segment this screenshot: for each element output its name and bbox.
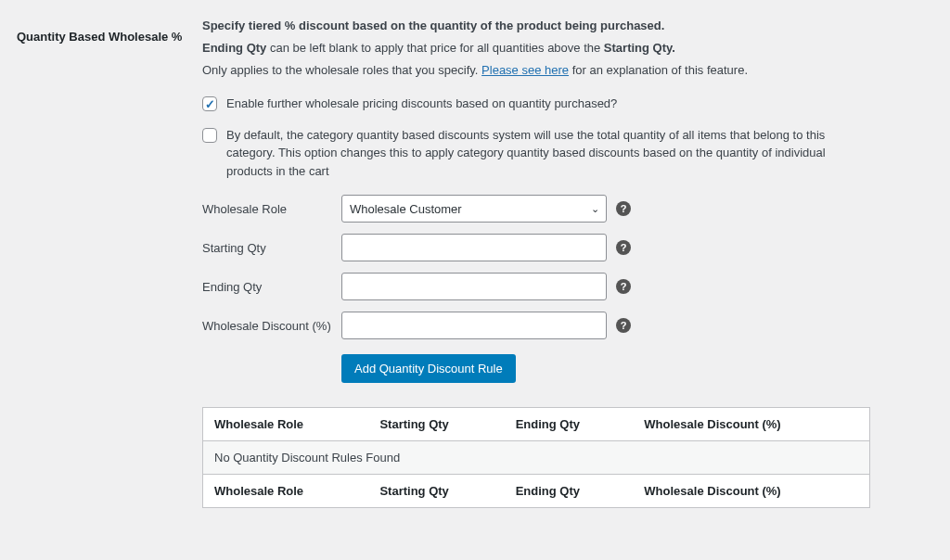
wholesale-discount-label: Wholesale Discount (%) <box>202 319 341 333</box>
discount-rules-table: Wholesale Role Starting Qty Ending Qty W… <box>203 408 869 507</box>
empty-message: No Quantity Discount Rules Found <box>203 441 869 475</box>
table-footer-discount: Wholesale Discount (%) <box>633 475 869 508</box>
section-title: Quantity Based Wholesale % <box>17 30 184 44</box>
help-icon[interactable]: ? <box>616 240 631 255</box>
table-row: No Quantity Discount Rules Found <box>203 441 869 475</box>
table-footer-ending: Ending Qty <box>505 475 634 508</box>
table-header-role: Wholesale Role <box>203 408 368 441</box>
help-icon[interactable]: ? <box>616 201 631 216</box>
table-header-discount: Wholesale Discount (%) <box>633 408 869 441</box>
table-header-starting: Starting Qty <box>368 408 504 441</box>
ending-qty-input[interactable] <box>341 273 607 300</box>
wholesale-role-select[interactable]: Wholesale Customer <box>341 195 607 223</box>
see-here-link[interactable]: Please see here <box>481 63 569 77</box>
ending-qty-label: Ending Qty <box>202 280 341 294</box>
per-product-checkbox[interactable] <box>202 128 217 143</box>
help-icon[interactable]: ? <box>616 318 631 333</box>
wholesale-role-label: Wholesale Role <box>202 202 341 216</box>
starting-qty-label: Starting Qty <box>202 241 341 255</box>
description-line-2: Ending Qty can be left blank to apply th… <box>202 39 870 57</box>
per-product-checkbox-label: By default, the category quantity based … <box>226 126 870 181</box>
add-rule-button[interactable]: Add Quantity Discount Rule <box>341 354 516 383</box>
help-icon[interactable]: ? <box>616 279 631 294</box>
description-line-1: Specify tiered % discount based on the q… <box>202 17 870 35</box>
table-header-ending: Ending Qty <box>505 408 634 441</box>
starting-qty-input[interactable] <box>341 234 607 261</box>
description-line-3: Only applies to the wholesale roles that… <box>202 61 870 80</box>
enable-checkbox-label: Enable further wholesale pricing discoun… <box>226 95 617 113</box>
wholesale-discount-input[interactable] <box>341 312 607 339</box>
table-footer-starting: Starting Qty <box>368 475 504 508</box>
enable-checkbox[interactable] <box>202 96 217 111</box>
table-footer-role: Wholesale Role <box>203 475 368 508</box>
